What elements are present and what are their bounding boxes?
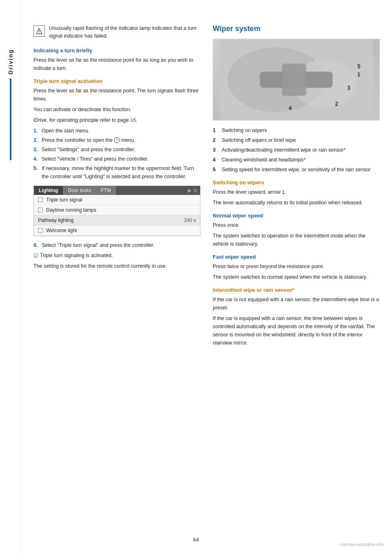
intermittent-text2: If the car is equipped with a rain senso…	[213, 314, 380, 347]
section2-text1: Press the lever as far as the resistance…	[33, 87, 200, 103]
intermittent-heading: Intermittent wipe or rain sensor*	[213, 287, 380, 293]
notice-box: Unusually rapid flashing of the indicato…	[33, 25, 200, 40]
fast-speed-text1: Press twice or press beyond the resistan…	[213, 262, 380, 271]
checkbox-welcome	[38, 228, 43, 233]
tab-icons: ▶ ⚙	[185, 186, 200, 195]
wiper-svg: 5 1 3 2 4	[213, 39, 379, 120]
step-4: 4. Select "Vehicle / Tires" and press th…	[33, 155, 200, 163]
checkbox-triple	[38, 197, 43, 202]
play-icon: ▶	[188, 188, 192, 193]
sidebar-bar	[10, 78, 11, 160]
steps-list: 1. Open the start menu. 2. Press the con…	[33, 127, 200, 181]
i-icon: i	[114, 137, 120, 143]
pathway-label: Pathway lighting	[38, 217, 184, 223]
step-2: 2. Press the controller to open the i me…	[33, 136, 200, 144]
feature-5: 5 Setting speed for intermittent wipe, o…	[213, 166, 380, 174]
pathway-value: 240 s	[184, 217, 196, 223]
fast-speed-text2: The system switches to normal speed when…	[213, 273, 380, 281]
notice-text: Unusually rapid flashing of the indicato…	[49, 25, 200, 40]
triple-label: Triple turn signal	[46, 197, 196, 203]
watermark: carmanualsonline.info	[340, 542, 384, 547]
left-column: Unusually rapid flashing of the indicato…	[33, 25, 200, 539]
menu-row-pathway: Pathway lighting 240 s	[34, 215, 200, 226]
menu-row-daytime: Daytime running lamps	[34, 205, 200, 215]
wiper-heading: Wiper system	[213, 25, 380, 33]
section1-heading: Indicating a turn briefly	[33, 47, 200, 54]
svg-rect-7	[282, 63, 306, 96]
svg-text:1: 1	[357, 71, 361, 78]
feature-1: 1 Switching on wipers	[213, 126, 380, 134]
feature-4: 4 Cleaning windshield and headlamps*	[213, 156, 380, 164]
feature-3: 3 Activating/deactivating intermittent w…	[213, 146, 380, 154]
right-column: Wiper system 5 1	[213, 25, 380, 539]
tab-doorlocks: Door locks	[63, 186, 96, 195]
normal-speed-heading: Normal wiper speed	[213, 213, 380, 219]
svg-point-2	[39, 33, 40, 34]
fast-speed-heading: Fast wiper speed	[213, 254, 380, 260]
section2-text2: You can activate or deactivate this func…	[33, 105, 200, 114]
menu-tabs: Lighting Door locks FTM ▶ ⚙	[34, 186, 200, 195]
checkbox-daytime	[38, 208, 43, 213]
tab-ftm: FTM	[96, 186, 116, 195]
page-container: Driving Unusually rapid flashing of the …	[0, 0, 392, 555]
menu-row-triple: Triple turn signal	[34, 195, 200, 205]
sidebar-label: Driving	[7, 49, 14, 74]
tab-lighting: Lighting	[34, 186, 63, 195]
section2-text3: iDrive, for operating principle refer to…	[33, 116, 200, 124]
step6-list: 6. Select "Triple turn signal" and press…	[33, 241, 200, 249]
checkmark-icon: ☑	[33, 253, 38, 259]
sidebar: Driving	[0, 0, 21, 555]
feature-2: 2 Switching off wipers or brief wipe	[213, 136, 380, 144]
section1-text: Press the lever as far as the resistance…	[33, 56, 200, 72]
page-number: 64	[193, 537, 199, 543]
svg-text:2: 2	[335, 101, 339, 107]
confirmed-text: ☑ Triple turn signaling is activated.	[33, 253, 200, 259]
menu-screenshot: Lighting Door locks FTM ▶ ⚙ Triple turn …	[33, 186, 200, 236]
wiper-diagram: 5 1 3 2 4	[213, 39, 379, 120]
notice-icon	[33, 25, 45, 37]
normal-speed-text1: Press once.	[213, 221, 380, 229]
intermittent-text1: If the car is not equipped with a rain s…	[213, 295, 380, 312]
section2-heading: Triple turn signal activation	[33, 78, 200, 84]
step-6: 6. Select "Triple turn signal" and press…	[33, 241, 200, 249]
svg-text:4: 4	[289, 105, 292, 111]
closing-text: The setting is stored for the remote con…	[33, 262, 200, 270]
wiper-image: 5 1 3 2 4	[213, 39, 380, 121]
switching-on-heading: Switching on wipers	[213, 179, 380, 186]
menu-row-welcome: Welcome light	[34, 226, 200, 236]
step6-text: Select "Triple turn signal" and press th…	[42, 241, 154, 249]
triangle-icon	[36, 27, 42, 35]
svg-text:3: 3	[347, 85, 350, 91]
switching-on-text2: The lever automatically returns to its i…	[213, 199, 380, 207]
step-5: 5. If necessary, move the highlight mark…	[33, 164, 200, 181]
normal-speed-text2: The system switches to operation in the …	[213, 232, 380, 248]
feature-list: 1 Switching on wipers 2 Switching off wi…	[213, 126, 380, 174]
gear-icon: ⚙	[193, 188, 198, 193]
main-content: Unusually rapid flashing of the indicato…	[21, 0, 392, 555]
step-1: 1. Open the start menu.	[33, 127, 200, 135]
step-3: 3. Select "Settings" and press the contr…	[33, 145, 200, 154]
switching-on-text1: Press the lever upward, arrow 1.	[213, 188, 380, 196]
welcome-label: Welcome light	[46, 228, 196, 233]
daytime-label: Daytime running lamps	[46, 207, 196, 213]
svg-text:5: 5	[357, 63, 361, 69]
